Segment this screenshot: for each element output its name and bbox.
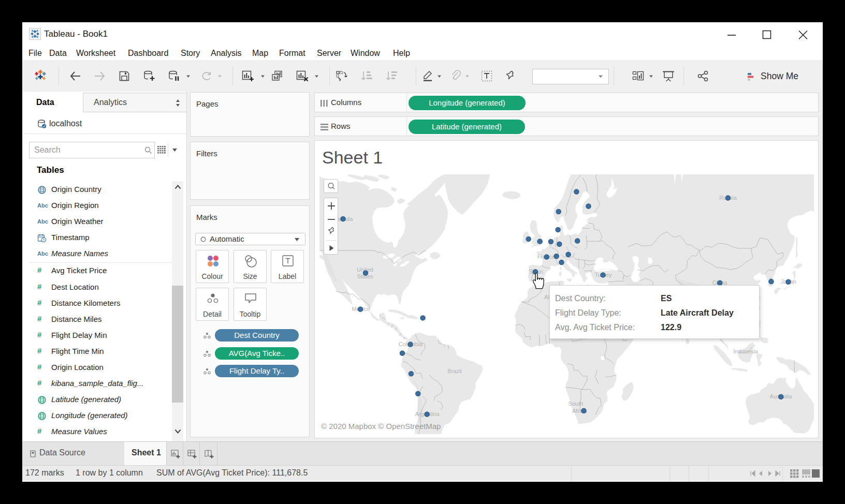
svg-text:Brazil: Brazil — [447, 368, 462, 374]
svg-text:Indonesia: Indonesia — [733, 348, 759, 354]
svg-text:South: South — [569, 401, 584, 407]
